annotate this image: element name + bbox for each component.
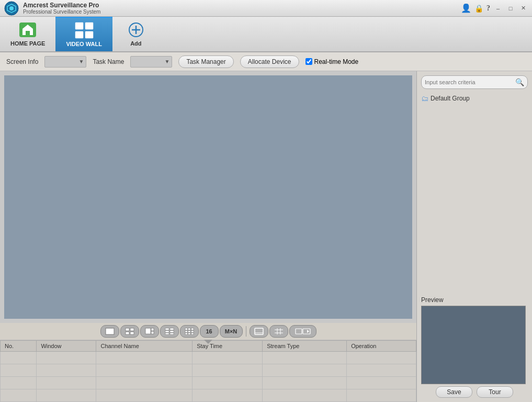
layout-6-icon bbox=[144, 327, 155, 336]
layout-divider bbox=[246, 326, 246, 337]
table-area: No. Window Channel Name Stay Time Stream… bbox=[0, 340, 416, 402]
tree-item-default-group[interactable]: 🗂 Default Group bbox=[421, 93, 528, 104]
table-body bbox=[1, 352, 416, 402]
grid-icon bbox=[274, 327, 284, 336]
layout-screen-button[interactable] bbox=[250, 325, 268, 338]
realtime-mode-checkbox[interactable] bbox=[305, 58, 312, 65]
nav-videowall-label: VIDEO WALL bbox=[66, 41, 101, 47]
device-tree: 🗂 Default Group bbox=[421, 93, 528, 292]
data-table: No. Window Channel Name Stay Time Stream… bbox=[0, 340, 416, 402]
svg-rect-25 bbox=[165, 333, 169, 334]
svg-rect-17 bbox=[130, 332, 134, 334]
layout-8-button[interactable] bbox=[160, 325, 179, 338]
nav-bar: HOME PAGE VIDEO WALL Add bbox=[0, 17, 532, 52]
screen-icon bbox=[254, 327, 264, 336]
svg-rect-8 bbox=[75, 31, 83, 38]
task-name-dropdown[interactable]: ▼ bbox=[130, 56, 172, 68]
app-title: Amcrest Surveillance Pro Professional Su… bbox=[23, 2, 100, 15]
svg-rect-42 bbox=[296, 329, 302, 334]
layout-controls: 16 M×N bbox=[0, 323, 416, 340]
col-window: Window bbox=[37, 341, 96, 352]
task-manager-button[interactable]: Task Manager bbox=[178, 55, 233, 68]
videowall-icon bbox=[75, 22, 94, 39]
nav-homepage-label: HOME PAGE bbox=[10, 40, 45, 47]
lock-icon: 🔒 bbox=[474, 4, 483, 13]
layout-1-button[interactable] bbox=[100, 325, 119, 338]
col-no: No. bbox=[1, 341, 37, 352]
maximize-button[interactable]: □ bbox=[506, 4, 515, 13]
search-button[interactable]: 🔍 bbox=[515, 78, 524, 86]
svg-marker-44 bbox=[307, 330, 309, 333]
search-input[interactable] bbox=[425, 79, 515, 85]
nav-item-add[interactable]: Add bbox=[112, 17, 160, 51]
table-empty-row-4 bbox=[1, 389, 416, 402]
layout-grid-button[interactable] bbox=[269, 325, 288, 338]
user-icon: 👤 bbox=[461, 3, 471, 13]
nav-item-videowall[interactable]: VIDEO WALL bbox=[55, 17, 112, 51]
layout-6-button[interactable] bbox=[140, 325, 159, 338]
help-icon: ? bbox=[486, 4, 490, 13]
svg-rect-6 bbox=[75, 23, 83, 29]
screen-info-arrow-icon: ▼ bbox=[78, 59, 84, 64]
preview-buttons: Save Tour bbox=[421, 386, 528, 398]
minimize-button[interactable]: – bbox=[493, 4, 503, 13]
save-button[interactable]: Save bbox=[436, 386, 472, 398]
task-name-label: Task Name bbox=[93, 58, 124, 65]
svg-rect-16 bbox=[126, 332, 129, 334]
right-panel: 🔍 🗂 Default Group Preview Save Tour bbox=[417, 71, 532, 402]
table-empty-row-1 bbox=[1, 352, 416, 364]
search-box: 🔍 bbox=[421, 75, 528, 89]
svg-rect-24 bbox=[170, 331, 174, 333]
left-panel: 16 M×N bbox=[0, 71, 417, 402]
table-empty-row-2 bbox=[1, 364, 416, 377]
title-bar: Amcrest Surveillance Pro Professional Su… bbox=[0, 0, 532, 17]
tour-button[interactable]: Tour bbox=[477, 386, 513, 398]
svg-rect-35 bbox=[191, 333, 194, 334]
svg-rect-28 bbox=[188, 328, 190, 330]
svg-rect-13 bbox=[106, 328, 114, 334]
svg-rect-19 bbox=[151, 328, 154, 331]
app-name: Amcrest Surveillance Pro bbox=[23, 2, 100, 9]
col-operation: Operation bbox=[347, 341, 416, 352]
layout-4-button[interactable] bbox=[120, 325, 139, 338]
col-stay-time: Stay Time bbox=[193, 341, 263, 352]
preview-image bbox=[421, 306, 526, 384]
table-empty-row-3 bbox=[1, 377, 416, 389]
close-button[interactable]: ✕ bbox=[518, 4, 528, 13]
allocate-device-button[interactable]: Allocate Device bbox=[240, 55, 299, 68]
svg-rect-21 bbox=[165, 328, 169, 330]
nav-item-homepage[interactable]: HOME PAGE bbox=[0, 17, 55, 51]
layout-8-icon bbox=[164, 327, 175, 336]
layout-9-button[interactable] bbox=[180, 325, 199, 338]
app-subtitle: Professional Surveillance System bbox=[23, 9, 100, 15]
svg-rect-33 bbox=[185, 333, 188, 334]
svg-rect-5 bbox=[26, 31, 30, 35]
realtime-mode-label: Real-time Mode bbox=[314, 58, 359, 65]
nav-add-label: Add bbox=[130, 40, 141, 47]
svg-rect-30 bbox=[185, 331, 188, 333]
layout-9-icon bbox=[184, 327, 195, 336]
layout-16-button[interactable]: 16 bbox=[200, 325, 219, 338]
svg-rect-18 bbox=[145, 328, 151, 334]
title-bar-right: 👤 🔒 ? – □ ✕ bbox=[461, 3, 528, 13]
expand-icon bbox=[295, 327, 311, 336]
layout-expand-button[interactable] bbox=[289, 325, 316, 338]
col-channel-name: Channel Name bbox=[96, 341, 193, 352]
realtime-mode-checkbox-label[interactable]: Real-time Mode bbox=[305, 58, 359, 65]
svg-rect-27 bbox=[185, 328, 188, 330]
preview-section: Preview Save Tour bbox=[421, 296, 528, 398]
video-wall-area bbox=[4, 75, 412, 319]
layout-mxn-button[interactable]: M×N bbox=[220, 325, 243, 338]
svg-rect-31 bbox=[188, 331, 190, 333]
svg-rect-26 bbox=[170, 333, 174, 334]
toolbar: Screen Info ▼ Task Name ▼ Task Manager A… bbox=[0, 52, 532, 71]
screen-info-dropdown[interactable]: ▼ bbox=[44, 56, 86, 68]
title-bar-left: Amcrest Surveillance Pro Professional Su… bbox=[4, 1, 100, 16]
layout-16-label: 16 bbox=[206, 328, 212, 334]
layout-1-icon bbox=[105, 327, 115, 336]
add-icon bbox=[127, 21, 145, 38]
svg-rect-14 bbox=[126, 328, 129, 331]
folder-icon: 🗂 bbox=[421, 94, 428, 103]
layout-4-icon bbox=[124, 327, 135, 336]
preview-label: Preview bbox=[421, 296, 528, 304]
